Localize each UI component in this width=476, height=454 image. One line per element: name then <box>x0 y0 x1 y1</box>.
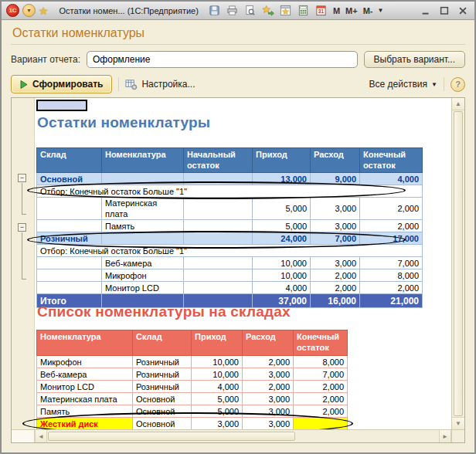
scroll-up-icon[interactable]: ▲ <box>452 98 464 110</box>
column-header[interactable]: Начальный остаток <box>184 148 253 173</box>
cell[interactable]: 3,000 <box>243 405 294 418</box>
cell[interactable] <box>37 269 102 282</box>
cell[interactable]: Основной <box>133 393 192 405</box>
cell[interactable] <box>37 257 102 269</box>
print-icon[interactable] <box>226 4 240 17</box>
cell[interactable]: 2,000 <box>360 198 423 220</box>
cell[interactable] <box>184 173 253 185</box>
cell[interactable]: 2,000 <box>311 282 360 294</box>
column-header[interactable]: Конечный остаток <box>360 148 423 173</box>
cell[interactable]: 3,000 <box>243 418 294 430</box>
cell[interactable]: 2,000 <box>294 381 348 393</box>
column-header[interactable]: Приход <box>192 330 243 356</box>
cell[interactable]: 4,000 <box>360 173 423 185</box>
main-menu-icon[interactable]: ▼ <box>22 4 36 17</box>
table-row[interactable]: Материнская плата5,0003,0002,000 <box>37 198 423 220</box>
favorites-star-icon[interactable]: ★ <box>39 5 49 16</box>
cell[interactable]: 7,000 <box>311 232 360 245</box>
cell[interactable]: 7,000 <box>294 368 348 381</box>
cell[interactable]: 2,000 <box>311 269 360 282</box>
cell[interactable]: 2,000 <box>294 405 348 418</box>
cell[interactable] <box>184 232 253 245</box>
filter-cell[interactable]: Отбор: Конечный остаток Больше "1" <box>37 245 423 257</box>
active-cell[interactable] <box>36 100 87 111</box>
cell[interactable]: 2,000 <box>360 282 423 294</box>
table-row[interactable]: МикрофонРозничный10,0002,0008,000 <box>37 356 348 368</box>
cell[interactable]: Монитор LCD <box>37 381 133 393</box>
cell[interactable]: 16,000 <box>311 294 360 308</box>
close-button[interactable] <box>456 4 470 17</box>
cell[interactable] <box>37 282 102 294</box>
cell[interactable]: Розничный <box>37 232 102 245</box>
cell[interactable]: 3,000 <box>311 257 360 269</box>
cell[interactable]: 10,000 <box>192 356 243 368</box>
cell[interactable]: Основной <box>133 418 192 430</box>
column-header[interactable]: Приход <box>253 148 311 173</box>
column-header[interactable]: Расход <box>243 330 294 356</box>
cell[interactable]: 17,000 <box>360 232 423 245</box>
cell[interactable]: 8,000 <box>294 356 348 368</box>
memory-minus-button[interactable]: M- <box>362 6 374 15</box>
cell[interactable] <box>102 232 184 245</box>
print-preview-icon[interactable] <box>243 4 257 17</box>
cell[interactable]: Материнская плата <box>102 198 184 220</box>
column-header[interactable]: Склад <box>37 148 102 173</box>
cell[interactable]: Розничный <box>133 356 192 368</box>
cell[interactable]: 5,000 <box>253 198 311 220</box>
cell[interactable]: 3,000 <box>243 393 294 405</box>
calculator-icon[interactable] <box>297 4 311 17</box>
vertical-scroll-thumb[interactable] <box>454 111 463 416</box>
cell[interactable]: Основной <box>37 173 102 185</box>
table-row[interactable]: Материнская платаОсновной5,0003,0002,000 <box>37 393 348 405</box>
cell[interactable]: Память <box>102 220 184 232</box>
table-row[interactable]: Память5,0003,0002,000 <box>37 220 423 232</box>
memory-plus-button[interactable]: M+ <box>345 6 359 15</box>
cell[interactable] <box>294 418 348 430</box>
cell[interactable]: 4,000 <box>192 381 243 393</box>
cell[interactable]: Материнская плата <box>37 393 133 405</box>
column-header[interactable]: Конечный остаток <box>294 330 348 356</box>
generate-button[interactable]: Сформировать <box>11 75 112 93</box>
column-header[interactable]: Номенклатура <box>102 148 184 173</box>
cell[interactable]: 10,000 <box>253 257 311 269</box>
cell[interactable]: 3,000 <box>243 368 294 381</box>
cell[interactable]: Веб-камера <box>102 257 184 269</box>
cell[interactable]: 2,000 <box>360 220 423 232</box>
memory-button[interactable]: M <box>332 6 341 15</box>
horizontal-scroll-track[interactable] <box>296 430 439 442</box>
more-chevron-icon[interactable]: ▼ <box>377 7 383 14</box>
table-row[interactable]: Веб-камераРозничный10,0003,0007,000 <box>37 368 348 381</box>
table-row[interactable]: Монитор LCD4,0002,0002,000 <box>37 282 423 294</box>
table-row[interactable]: Жесткий дискОсновной3,0003,000 <box>37 418 348 430</box>
maximize-button[interactable] <box>437 4 451 17</box>
vertical-scrollbar[interactable]: ▲ ▼ <box>451 98 464 429</box>
cell[interactable] <box>184 269 253 282</box>
cell[interactable]: 21,000 <box>360 294 423 308</box>
cell[interactable]: 13,000 <box>253 173 311 185</box>
column-header[interactable]: Склад <box>133 330 192 356</box>
cell[interactable]: 3,000 <box>311 198 360 220</box>
table-row[interactable]: Веб-камера10,0003,0007,000 <box>37 257 423 269</box>
cell[interactable]: Жесткий диск <box>37 418 133 430</box>
cell[interactable] <box>102 173 184 185</box>
cell[interactable]: Розничный <box>133 368 192 381</box>
cell[interactable]: 5,000 <box>253 220 311 232</box>
cell[interactable]: Розничный <box>133 381 192 393</box>
calendar-icon[interactable]: 31 <box>314 4 328 17</box>
choose-variant-button[interactable]: Выбрать вариант... <box>364 51 465 68</box>
horizontal-scroll-thumb[interactable] <box>48 432 295 441</box>
scroll-right-icon[interactable]: ► <box>439 430 451 442</box>
cell[interactable]: 2,000 <box>294 393 348 405</box>
table-row[interactable]: Отбор: Конечный остаток Больше "1" <box>37 185 423 198</box>
add-to-favorites-icon[interactable] <box>261 4 275 17</box>
column-header[interactable]: Номенклатура <box>37 330 133 356</box>
cell[interactable] <box>37 220 102 232</box>
cell[interactable]: Микрофон <box>37 356 133 368</box>
cell[interactable]: Память <box>37 405 133 418</box>
cell[interactable]: 10,000 <box>253 269 311 282</box>
settings-button[interactable]: Настройка... <box>125 79 195 90</box>
cell[interactable] <box>184 257 253 269</box>
cell[interactable]: 3,000 <box>311 220 360 232</box>
table-row[interactable]: Основной13,0009,0004,000 <box>37 173 423 185</box>
cell[interactable]: 4,000 <box>253 282 311 294</box>
